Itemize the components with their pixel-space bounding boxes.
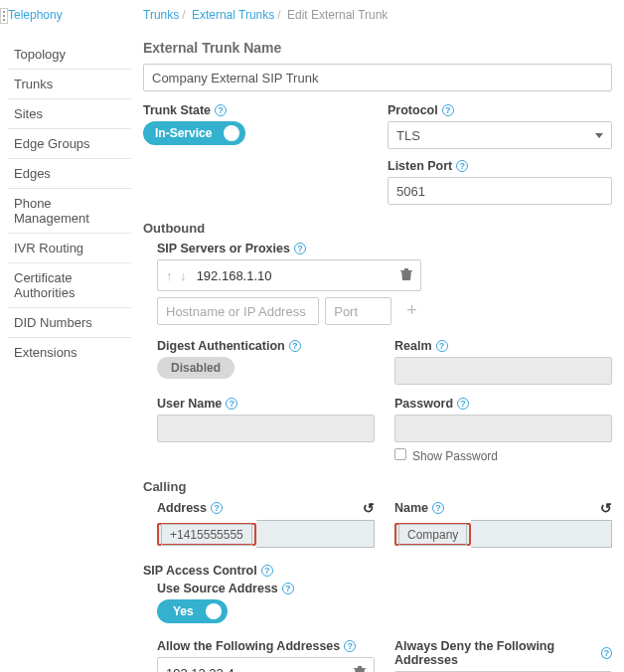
section-outbound: Outbound: [143, 221, 612, 236]
help-icon[interactable]: ?: [289, 340, 301, 352]
help-icon[interactable]: ?: [432, 502, 444, 514]
sidebar-item-ca[interactable]: Certificate Authorities: [8, 263, 131, 308]
delete-icon[interactable]: [354, 665, 366, 673]
help-icon[interactable]: ?: [436, 340, 448, 352]
toggle-knob: [206, 603, 222, 619]
sidebar-item-edge-groups[interactable]: Edge Groups: [8, 129, 131, 159]
sip-host-input[interactable]: [157, 297, 319, 325]
sidebar-item-did[interactable]: DID Numbers: [8, 308, 131, 338]
help-icon[interactable]: ?: [282, 583, 294, 594]
protocol-value: TLS: [396, 128, 420, 143]
breadcrumb-right: Trunks/ External Trunks/ Edit External T…: [143, 8, 612, 22]
help-icon[interactable]: ?: [457, 398, 469, 410]
sidebar-item-topology[interactable]: Topology: [8, 40, 131, 70]
help-icon[interactable]: ?: [456, 160, 468, 172]
listen-port-input[interactable]: [388, 177, 612, 205]
label-realm: Realm: [394, 339, 432, 353]
allow-value-0: 192.12.22.4: [166, 666, 346, 673]
sidebar: Telephony Topology Trunks Sites Edge Gro…: [8, 0, 131, 672]
toggle-knob: [224, 125, 239, 141]
label-calling-name: Name: [394, 501, 428, 515]
label-protocol: Protocol: [388, 103, 438, 117]
delete-icon[interactable]: [400, 267, 412, 284]
allow-row: 192.12.22.4: [157, 657, 375, 672]
crumb-external[interactable]: External Trunks: [192, 8, 274, 22]
use-source-value: Yes: [173, 604, 194, 618]
realm-input[interactable]: [394, 357, 612, 385]
username-input[interactable]: [157, 415, 375, 442]
label-show-password: Show Password: [412, 449, 498, 463]
calling-name-field[interactable]: Company: [394, 520, 612, 548]
reorder-icon[interactable]: ↑ ↓: [166, 268, 189, 283]
sidebar-item-extensions[interactable]: Extensions: [8, 338, 131, 367]
help-icon[interactable]: ?: [261, 565, 273, 577]
label-sip-servers: SIP Servers or Proxies: [157, 242, 290, 255]
calling-name-value: Company: [398, 524, 467, 546]
chevron-down-icon: [595, 133, 603, 138]
address-value: +1415555555: [161, 524, 252, 546]
revert-icon[interactable]: ↺: [600, 500, 612, 516]
help-icon[interactable]: ?: [226, 398, 237, 410]
help-icon[interactable]: ?: [215, 104, 227, 116]
help-icon[interactable]: ?: [294, 243, 306, 254]
label-sip-access: SIP Access Control: [143, 564, 257, 578]
sip-server-value: 192.168.1.10: [197, 268, 392, 283]
digest-pill[interactable]: Disabled: [157, 357, 234, 379]
label-allow: Allow the Following Addresses: [157, 639, 340, 653]
label-password: Password: [394, 397, 453, 411]
sidebar-item-ivr[interactable]: IVR Routing: [8, 234, 131, 263]
label-listen-port: Listen Port: [388, 159, 452, 173]
show-password-checkbox[interactable]: [394, 448, 406, 460]
menu-icon[interactable]: [0, 8, 8, 24]
revert-icon[interactable]: ↺: [363, 500, 375, 516]
help-icon[interactable]: ?: [344, 640, 356, 652]
sip-server-row: ↑ ↓ 192.168.1.10: [157, 259, 421, 291]
section-name: External Trunk Name: [143, 40, 612, 56]
sidebar-item-phone-mgmt[interactable]: Phone Management: [8, 189, 131, 234]
sidebar-list: Topology Trunks Sites Edge Groups Edges …: [8, 40, 131, 367]
use-source-toggle[interactable]: Yes: [157, 599, 228, 623]
section-calling: Calling: [143, 479, 612, 494]
trunk-state-toggle[interactable]: In-Service: [143, 121, 245, 145]
sip-port-input[interactable]: [325, 297, 390, 325]
address-field[interactable]: +1415555555: [157, 520, 375, 548]
crumb-telephony[interactable]: Telephony: [8, 8, 63, 22]
sidebar-item-edges[interactable]: Edges: [8, 159, 131, 189]
add-icon[interactable]: +: [403, 302, 421, 320]
trunk-state-value: In-Service: [155, 126, 212, 140]
trunk-name-input[interactable]: [143, 64, 612, 91]
help-icon[interactable]: ?: [211, 502, 223, 514]
crumb-current: Edit External Trunk: [287, 8, 388, 22]
label-deny: Always Deny the Following Addresses: [394, 639, 597, 667]
protocol-select[interactable]: TLS: [388, 121, 612, 149]
sidebar-item-sites[interactable]: Sites: [8, 99, 131, 129]
label-address: Address: [157, 501, 207, 515]
sidebar-item-trunks[interactable]: Trunks: [8, 70, 131, 99]
help-icon[interactable]: ?: [442, 104, 454, 116]
help-icon[interactable]: ?: [601, 647, 612, 659]
crumb-trunks[interactable]: Trunks: [143, 8, 179, 22]
label-username: User Name: [157, 397, 222, 411]
label-digest: Digest Authentication: [157, 339, 285, 353]
password-input[interactable]: [394, 415, 612, 442]
breadcrumb: Telephony: [8, 8, 131, 22]
label-trunk-state: Trunk State: [143, 103, 211, 117]
label-use-source: Use Source Address: [157, 582, 278, 595]
